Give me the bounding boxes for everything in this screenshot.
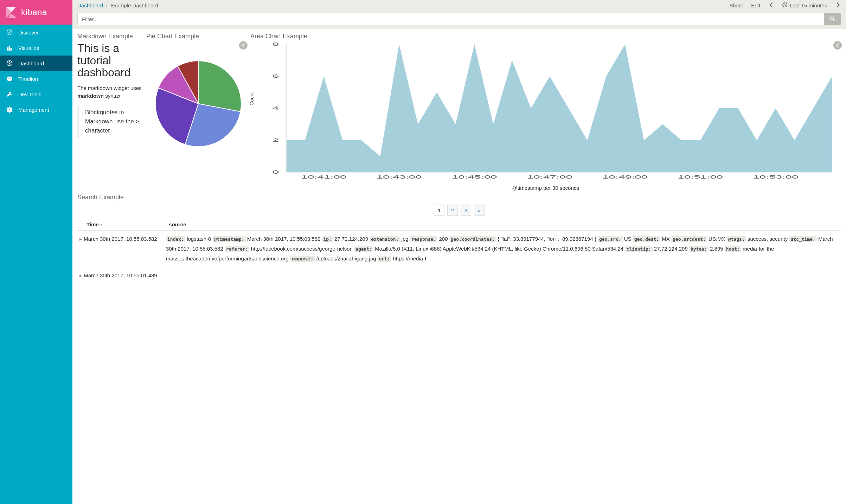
field-key: bytes: xyxy=(689,246,709,252)
area-chart: 0246810:41:0010:43:0010:45:0010:47:0010:… xyxy=(250,42,841,183)
field-key: agent: xyxy=(354,246,373,252)
sidebar: kibana DiscoverVisualizeDashboardTimelio… xyxy=(0,0,72,504)
markdown-paragraph: The markdown widget uses markdown syntax xyxy=(77,84,143,100)
pager-page-1[interactable]: 1 xyxy=(434,205,444,216)
svg-point-9 xyxy=(11,64,11,65)
svg-point-11 xyxy=(8,64,8,65)
pager-next[interactable]: » xyxy=(474,205,485,216)
chevron-left-icon xyxy=(242,43,245,47)
svg-point-13 xyxy=(8,78,9,79)
bar-chart-icon xyxy=(6,45,13,51)
pie-slice[interactable] xyxy=(198,61,241,112)
breadcrumb: Dashboard / Example Dashboard xyxy=(77,2,158,8)
x-tick-label: 10:53:00 xyxy=(753,174,799,179)
field-key: request: xyxy=(290,256,315,262)
sidebar-item-label: Timelion xyxy=(18,76,38,82)
column-header-time[interactable]: Time▼ xyxy=(77,219,164,231)
sidebar-item-visualize[interactable]: Visualize xyxy=(0,40,72,56)
breadcrumb-root-link[interactable]: Dashboard xyxy=(77,2,103,8)
field-value: Mozilla/5.0 (X11; Linux i686) AppleWebKi… xyxy=(373,246,625,252)
x-tick-label: 10:41:00 xyxy=(301,174,347,179)
time-picker[interactable]: Last 15 minutes xyxy=(782,2,827,9)
sidebar-item-label: Dashboard xyxy=(18,60,44,66)
field-value: 27.72.124.209 xyxy=(653,246,689,252)
sidebar-item-discover[interactable]: Discover xyxy=(0,25,72,40)
share-button[interactable]: Share xyxy=(729,2,743,8)
row-time: March 30th 2017, 10:55:03.582 xyxy=(82,236,157,242)
filter-input[interactable] xyxy=(78,13,824,25)
y-tick-label: 6 xyxy=(273,73,279,78)
y-tick-label: 4 xyxy=(273,105,279,110)
time-next-button[interactable] xyxy=(835,2,841,8)
field-key: utc_time: xyxy=(789,236,816,242)
field-key: geo.srcdest: xyxy=(671,236,707,242)
expand-row-button[interactable]: ▸ xyxy=(79,272,82,278)
area-ylabel: Count xyxy=(249,92,255,105)
sidebar-item-label: Dev Tools xyxy=(18,91,41,97)
time-prev-button[interactable] xyxy=(768,2,774,8)
breadcrumb-current: Example Dashboard xyxy=(110,2,158,8)
svg-point-12 xyxy=(8,62,8,63)
field-value: logstash-0 xyxy=(185,236,213,242)
doc-table: Time▼ _source ▸ March 30th 2017, 10:55:0… xyxy=(77,219,841,284)
field-value: http://facebook.com/success/george-nelso… xyxy=(249,246,354,252)
y-tick-label: 0 xyxy=(273,169,279,174)
sidebar-item-label: Management xyxy=(18,107,49,113)
area-xlabel: @timestamp per 30 seconds xyxy=(250,185,841,191)
panel-title-area: Area Chart Example xyxy=(250,33,307,40)
sidebar-item-management[interactable]: Management xyxy=(0,102,72,117)
field-value: US xyxy=(623,236,633,242)
column-header-source[interactable]: _source xyxy=(164,219,841,231)
svg-point-14 xyxy=(10,78,11,79)
area-panel: Count 0246810:41:0010:43:0010:45:0010:47… xyxy=(250,42,841,191)
field-key: @timestamp: xyxy=(213,236,246,242)
row-time: March 30th 2017, 10:55:01.489 xyxy=(82,272,157,278)
clock-icon xyxy=(782,2,788,9)
svg-point-6 xyxy=(9,63,10,64)
pie-panel xyxy=(146,42,250,191)
field-value: https://media-f xyxy=(391,256,426,261)
pager: 123» xyxy=(77,205,841,216)
pager-page-3[interactable]: 3 xyxy=(461,205,471,216)
field-value: 27.72.124.209 xyxy=(333,236,370,242)
field-key: url: xyxy=(378,256,391,262)
wrench-icon xyxy=(6,91,13,97)
sidebar-item-dashboard[interactable]: Dashboard xyxy=(0,56,72,71)
row-source xyxy=(164,267,841,284)
field-key: geo.dest: xyxy=(633,236,660,242)
area-series[interactable] xyxy=(286,44,832,172)
topbar: Dashboard / Example Dashboard Share Edit… xyxy=(72,0,846,29)
x-tick-label: 10:49:00 xyxy=(602,174,648,179)
field-value: /uploads/zhai-zhigang.jpg xyxy=(315,256,377,261)
field-key: index: xyxy=(166,236,185,242)
svg-point-7 xyxy=(9,61,10,62)
filter-search-button[interactable] xyxy=(824,13,841,25)
svg-rect-1 xyxy=(7,47,8,50)
field-value: MX xyxy=(660,236,671,242)
edit-button[interactable]: Edit xyxy=(751,2,760,8)
sidebar-item-timelion[interactable]: Timelion xyxy=(0,71,72,86)
nav-list: DiscoverVisualizeDashboardTimelionDev To… xyxy=(0,25,72,117)
pie-back-button[interactable] xyxy=(239,41,248,50)
field-key: ip: xyxy=(322,236,333,242)
markdown-panel: This is a tutorial dashboard The markdow… xyxy=(77,42,146,191)
field-key: referer: xyxy=(225,246,250,252)
svg-rect-3 xyxy=(11,48,12,50)
table-row: ▸ March 30th 2017, 10:55:03.582 index: l… xyxy=(77,231,841,267)
svg-point-15 xyxy=(8,109,11,111)
panel-title-search: Search Example xyxy=(77,194,841,201)
time-label: Last 15 minutes xyxy=(790,2,827,8)
x-tick-label: 10:47:00 xyxy=(527,174,572,179)
markdown-blockquote: Blockquotes in Markdown use the > charac… xyxy=(77,106,143,138)
sidebar-item-dev-tools[interactable]: Dev Tools xyxy=(0,86,72,102)
field-value: { "lat": 33.89177944, "lon": -89.0236719… xyxy=(496,236,598,242)
field-value: success, security xyxy=(746,236,789,242)
compass-icon xyxy=(6,29,13,35)
expand-row-button[interactable]: ▸ xyxy=(79,236,82,242)
svg-rect-2 xyxy=(9,46,10,50)
panel-title-markdown: Markdown Example xyxy=(77,33,146,40)
field-value: US:MX xyxy=(707,236,727,242)
field-value: March 30th 2017, 10:55:03.582 xyxy=(246,236,322,242)
gear-icon xyxy=(6,106,13,113)
pager-page-2[interactable]: 2 xyxy=(447,205,458,216)
